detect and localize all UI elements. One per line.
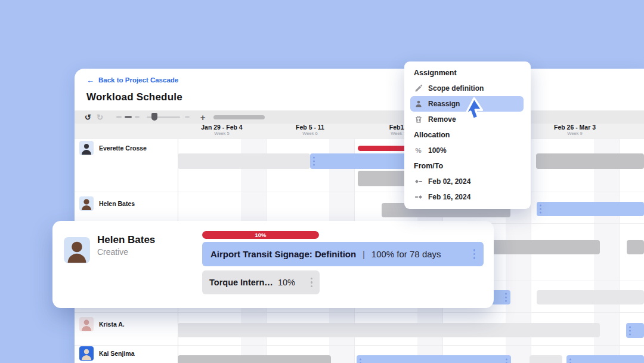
- grid-row-line: [75, 345, 644, 346]
- person-row-helen[interactable]: Helen Bates: [79, 196, 135, 211]
- gantt-bar[interactable]: [530, 355, 562, 363]
- task-divider: |: [363, 250, 365, 259]
- task-bar-airport-transit[interactable]: Airport Transit Signage: Definition | 10…: [202, 242, 484, 266]
- menu-item-label: 100%: [428, 146, 447, 155]
- task-title: Airport Transit Signage: Definition: [210, 249, 356, 259]
- zoom-level-dash-active[interactable]: [125, 116, 132, 118]
- avatar: [79, 141, 94, 155]
- avatar: [79, 196, 94, 211]
- menu-item-label: Scope definition: [428, 84, 484, 93]
- menu-section-assignment: Assignment: [414, 65, 457, 81]
- back-to-project-link[interactable]: ← Back to Project Cascade: [86, 76, 178, 84]
- drag-handle-icon[interactable]: [505, 293, 507, 302]
- back-arrow-icon: ←: [86, 77, 94, 84]
- column-week: Week 6: [266, 131, 354, 137]
- mouse-cursor-icon: [460, 96, 485, 124]
- profile-name: Helen Bates: [97, 234, 155, 246]
- gantt-bar[interactable]: [627, 240, 644, 254]
- column-dates: Jan 29 - Feb 4: [178, 124, 266, 131]
- gantt-bar[interactable]: [566, 355, 644, 363]
- drag-handle-icon[interactable]: [473, 249, 476, 259]
- menu-item-label: Remove: [428, 115, 456, 124]
- column-dates: Feb 5 - 11: [266, 124, 354, 131]
- column-week: Week 9: [531, 131, 619, 137]
- person-name: Krista A.: [99, 321, 125, 328]
- drag-handle-icon[interactable]: [569, 359, 571, 363]
- menu-item-label: Feb 16, 2024: [428, 193, 470, 201]
- page-title: Workload Schedule: [86, 91, 182, 103]
- page-background: { "background_color": "#a9c1f3", "header…: [0, 0, 644, 363]
- menu-item-scope-definition[interactable]: Scope definition: [414, 81, 522, 96]
- menu-item-allocation-100[interactable]: % 100%: [414, 143, 522, 158]
- gantt-bar[interactable]: [178, 323, 600, 337]
- menu-item-label: Feb 02, 2024: [428, 177, 470, 186]
- workload-schedule-window: ← Back to Project Cascade Workload Sched…: [75, 69, 644, 363]
- zoom-level-dash[interactable]: [135, 116, 140, 118]
- zoom-level-dash[interactable]: [116, 116, 122, 118]
- timeline-scrollbar[interactable]: [213, 115, 265, 119]
- progress-bar: 10%: [202, 231, 319, 239]
- task-detail: 100% for 78 days: [371, 249, 441, 259]
- person-name: Everette Crosse: [99, 144, 147, 152]
- helen-bates-profile-card: Helen Bates Creative 10% Airport Transit…: [52, 221, 494, 308]
- person-icon: [414, 100, 423, 109]
- timeline-column-week6: Feb 5 - 11 Week 6: [266, 124, 354, 137]
- grid-column-line: [619, 139, 620, 363]
- zoom-slider[interactable]: [147, 116, 180, 118]
- person-row-everette[interactable]: Everette Crosse: [79, 141, 147, 155]
- person-row-krista[interactable]: Krista A.: [79, 317, 125, 331]
- person-name: Kai Senjima: [99, 350, 135, 357]
- drag-handle-icon[interactable]: [540, 205, 541, 214]
- person-row-kai[interactable]: Kai Senjima: [79, 346, 135, 361]
- drag-handle-icon[interactable]: [313, 157, 315, 166]
- date-from-icon: [414, 177, 423, 186]
- gantt-bar[interactable]: [537, 202, 644, 216]
- grid-row-line: [75, 139, 644, 139]
- grid-row-line: [75, 312, 644, 313]
- drag-handle-icon[interactable]: [629, 326, 631, 335]
- avatar: [79, 346, 94, 361]
- gantt-toolbar: ↺ ↻ +: [75, 110, 644, 124]
- drag-handle-icon[interactable]: [311, 278, 313, 288]
- menu-section-fromto: From/To: [414, 158, 443, 174]
- task-detail: 10%: [278, 278, 295, 287]
- menu-section-allocation: Allocation: [414, 127, 450, 143]
- gantt-bar[interactable]: [178, 355, 331, 363]
- person-name: Helen Bates: [99, 200, 135, 207]
- trash-icon: [414, 115, 423, 124]
- zoom-level-dash[interactable]: [185, 116, 190, 118]
- drag-handle-icon[interactable]: [506, 359, 507, 363]
- task-bar-torque[interactable]: Torque Intern… 10%: [202, 270, 320, 294]
- timeline-column-week9: Feb 26 - Mar 3 Week 9: [531, 124, 619, 137]
- gantt-bar[interactable]: [626, 323, 644, 338]
- gantt-bar[interactable]: [537, 290, 644, 304]
- zoom-in-icon[interactable]: +: [200, 113, 206, 121]
- gantt-bar[interactable]: [536, 153, 644, 169]
- percent-icon: %: [414, 146, 423, 155]
- pencil-icon: [414, 84, 423, 93]
- undo-icon[interactable]: ↺: [85, 113, 91, 121]
- gantt-bar[interactable]: [357, 355, 511, 363]
- menu-item-label: Reassign: [428, 100, 460, 108]
- task-title: Torque Intern…: [209, 278, 273, 287]
- grid-row-line: [75, 192, 644, 192]
- zoom-slider-handle[interactable]: [151, 113, 157, 121]
- avatar: [64, 237, 90, 263]
- gantt-bar[interactable]: [178, 153, 310, 169]
- column-week: Week 5: [178, 131, 266, 137]
- back-link-label: Back to Project Cascade: [98, 76, 178, 84]
- column-dates: Feb 26 - Mar 3: [531, 124, 619, 131]
- redo-icon[interactable]: ↻: [97, 113, 103, 121]
- date-to-icon: [414, 193, 423, 202]
- drag-handle-icon[interactable]: [360, 359, 361, 363]
- menu-item-from-date[interactable]: Feb 02, 2024: [414, 174, 522, 189]
- avatar: [79, 317, 94, 331]
- profile-role: Creative: [97, 247, 128, 257]
- timeline-column-week5: Jan 29 - Feb 4 Week 5: [178, 124, 266, 137]
- progress-label: 10%: [255, 231, 266, 239]
- menu-item-to-date[interactable]: Feb 16, 2024: [414, 189, 522, 205]
- context-menu: Assignment Scope definition Reassign Rem…: [404, 61, 531, 209]
